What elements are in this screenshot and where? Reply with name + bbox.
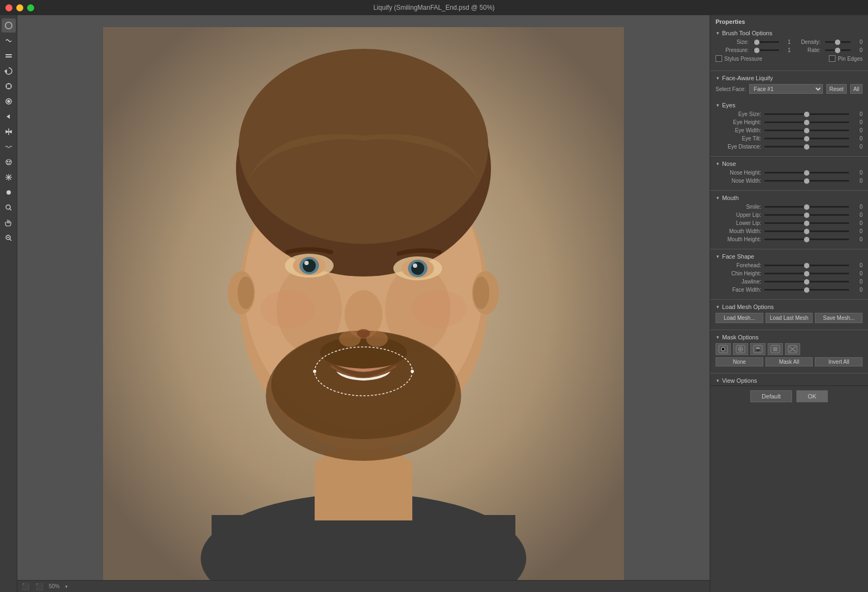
eye-width-row: Eye Width: 0	[716, 127, 863, 133]
mask-options-header[interactable]: ▼ Mask Options	[710, 331, 868, 342]
divider-1	[710, 70, 868, 71]
pin-edges-label: Pin Edges	[838, 56, 863, 62]
smile-slider[interactable]	[764, 206, 849, 208]
properties-header: Properties	[710, 15, 868, 27]
svg-point-45	[303, 259, 316, 272]
svg-point-70	[739, 348, 742, 350]
pin-edges-checkbox[interactable]	[829, 55, 835, 62]
svg-line-25	[10, 239, 11, 241]
twirl-cw-tool-button[interactable]	[2, 64, 16, 78]
nose-header[interactable]: ▼ Nose	[710, 158, 868, 169]
status-bar: ⬛ ⬛ 50% ▾	[17, 580, 710, 592]
eye-distance-slider[interactable]	[764, 146, 849, 147]
eye-size-slider[interactable]	[764, 113, 849, 115]
upper-lip-label: Upper Lip:	[716, 212, 764, 218]
reconstruct-tool-button[interactable]	[2, 34, 16, 48]
upper-lip-slider[interactable]	[764, 214, 849, 216]
mirror-tool-button[interactable]	[2, 125, 16, 139]
load-mesh-button[interactable]: Load Mesh...	[716, 313, 763, 323]
mask-icon-btn-3[interactable]	[750, 343, 765, 355]
svg-point-61	[473, 276, 489, 309]
freeze-tool-button[interactable]	[2, 170, 16, 184]
mouth-height-slider[interactable]	[764, 239, 849, 240]
mask-icon-btn-1[interactable]	[716, 343, 731, 355]
save-mesh-button[interactable]: Save Mesh...	[815, 313, 863, 323]
divider-5	[710, 299, 868, 300]
svg-point-64	[411, 370, 414, 373]
face-tool-button[interactable]	[2, 155, 16, 169]
face-width-slider[interactable]	[764, 289, 849, 291]
turbulence-tool-button[interactable]	[2, 140, 16, 154]
load-last-mesh-button[interactable]: Load Last Mesh	[765, 313, 813, 323]
pressure-label: Pressure:	[716, 47, 751, 53]
size-slider[interactable]	[753, 41, 779, 43]
mouth-height-row: Mouth Height: 0	[716, 236, 863, 242]
zoom-tool-button[interactable]	[2, 201, 16, 215]
svg-marker-13	[9, 131, 11, 133]
bloat-tool-button[interactable]	[2, 94, 16, 108]
maximize-button[interactable]	[27, 4, 34, 11]
default-button[interactable]: Default	[750, 390, 792, 402]
pressure-rate-row: Pressure: 1 Rate: 0	[716, 47, 863, 53]
thaw-tool-button[interactable]	[2, 185, 16, 200]
close-button[interactable]	[5, 4, 12, 11]
push-left-tool-button[interactable]	[2, 110, 16, 124]
search-icon[interactable]	[2, 231, 16, 245]
forehead-slider[interactable]	[764, 265, 849, 266]
size-label: Size:	[716, 39, 751, 45]
svg-point-46	[304, 261, 309, 265]
density-slider[interactable]	[825, 41, 851, 43]
lower-lip-slider[interactable]	[764, 222, 849, 224]
svg-point-50	[411, 262, 424, 275]
mask-all-button[interactable]: Mask All	[765, 357, 813, 366]
brush-tool-options-header[interactable]: ▼ Brush Tool Options	[710, 27, 868, 38]
view-options-header[interactable]: ▼ View Options	[710, 375, 868, 385]
mask-icon-btn-2[interactable]	[733, 343, 748, 355]
eye-height-slider[interactable]	[764, 121, 849, 123]
minimize-button[interactable]	[16, 4, 23, 11]
eye-width-slider[interactable]	[764, 130, 849, 131]
smooth-tool-button[interactable]	[2, 49, 16, 63]
face-shape-header[interactable]: ▼ Face Shape	[710, 250, 868, 261]
pressure-slider[interactable]	[753, 49, 779, 51]
all-button[interactable]: All	[850, 84, 863, 94]
eyes-label: Eyes	[722, 102, 735, 108]
warp-tool-button[interactable]	[2, 18, 16, 33]
face-select-row: Select Face: Face #1 Reset All	[716, 84, 863, 94]
face-dropdown[interactable]: Face #1	[749, 84, 823, 94]
svg-rect-67	[722, 348, 724, 350]
none-button[interactable]: None	[716, 357, 763, 366]
canvas-area[interactable]: ⬛ ⬛ 50% ▾	[17, 15, 710, 592]
canvas-image[interactable]	[103, 27, 624, 580]
eyes-header[interactable]: ▼ Eyes	[710, 99, 868, 110]
nose-height-slider[interactable]	[764, 172, 849, 173]
reset-button[interactable]: Reset	[826, 84, 847, 94]
eye-width-label: Eye Width:	[716, 127, 764, 133]
face-aware-header[interactable]: ▼ Face-Aware Liquify	[710, 72, 868, 83]
nose-width-slider[interactable]	[764, 180, 849, 182]
load-mesh-header[interactable]: ▼ Load Mesh Options	[710, 301, 868, 312]
stylus-pressure-checkbox[interactable]	[716, 55, 722, 62]
chin-height-slider[interactable]	[764, 273, 849, 274]
hand-tool-button[interactable]	[2, 216, 16, 230]
mouth-header[interactable]: ▼ Mouth	[710, 192, 868, 203]
mask-icon-btn-4[interactable]	[768, 343, 783, 355]
mouth-width-slider[interactable]	[764, 230, 849, 232]
status-icon-2: ⬛	[35, 583, 43, 590]
face-width-row: Face Width: 0	[716, 287, 863, 293]
eyes-content: Eye Size: 0 Eye Height: 0 Eye Width: 0 E…	[710, 110, 868, 155]
ok-button[interactable]: OK	[796, 390, 828, 402]
jawline-slider[interactable]	[764, 281, 849, 282]
zoom-dropdown-icon[interactable]: ▾	[65, 584, 68, 589]
mouth-height-value: 0	[849, 236, 863, 242]
eye-width-value: 0	[849, 127, 863, 133]
mouth-width-value: 0	[849, 228, 863, 234]
face-shape-label: Face Shape	[722, 253, 754, 260]
invert-all-button[interactable]: Invert All	[815, 357, 863, 366]
mask-icon-btn-5[interactable]	[785, 343, 800, 355]
pucker-tool-button[interactable]	[2, 79, 16, 93]
mouth-label: Mouth	[722, 195, 739, 201]
rate-slider[interactable]	[825, 49, 851, 51]
zoom-level[interactable]: 50%	[49, 583, 60, 589]
eye-tilt-slider[interactable]	[764, 138, 849, 139]
